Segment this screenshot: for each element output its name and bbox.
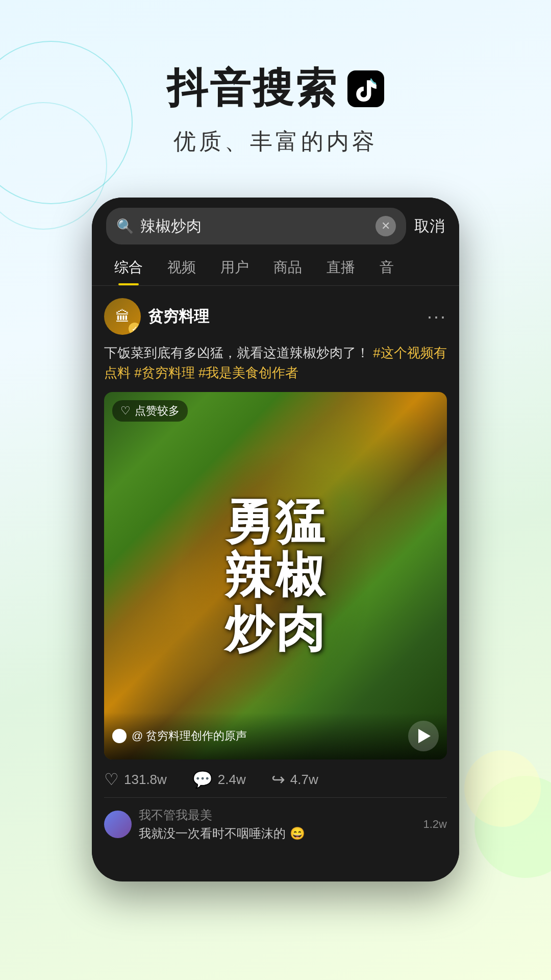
stat-likes[interactable]: ♡ 131.8w bbox=[104, 770, 167, 789]
tab-用户[interactable]: 用户 bbox=[208, 250, 261, 285]
video-bottom-bar: ♪ @ 贫穷料理创作的原声 bbox=[104, 713, 447, 760]
tiktok-logo-icon bbox=[347, 70, 384, 107]
tab-label: 音 bbox=[380, 259, 394, 275]
tab-label: 综合 bbox=[114, 259, 143, 275]
tab-label: 商品 bbox=[273, 259, 302, 275]
tab-直播[interactable]: 直播 bbox=[314, 250, 367, 285]
search-bar-area: 🔍 辣椒炒肉 ✕ 取消 bbox=[92, 198, 459, 250]
tab-label: 直播 bbox=[327, 259, 355, 275]
video-calligraphy: 勇猛辣椒炒肉 bbox=[224, 495, 327, 657]
tabs-row: 综合 视频 用户 商品 直播 音 bbox=[92, 250, 459, 286]
verified-badge: ✓ bbox=[129, 323, 141, 335]
stat-shares[interactable]: ↪ 4.7w bbox=[271, 770, 318, 789]
video-text-overlay: 勇猛辣椒炒肉 bbox=[104, 392, 447, 760]
audio-info: ♪ @ 贫穷料理创作的原声 bbox=[112, 728, 247, 744]
search-query: 辣椒炒肉 bbox=[140, 216, 369, 237]
comment-likes: 1.2w bbox=[423, 818, 447, 831]
play-button[interactable] bbox=[408, 721, 439, 751]
post-card: 🏛 ✓ 贫穷料理 ··· 下饭菜到底有多凶猛，就看这道辣椒炒肉了！ #这个视频有… bbox=[92, 286, 459, 851]
tab-音[interactable]: 音 bbox=[367, 250, 406, 285]
post-author: 🏛 ✓ 贫穷料理 bbox=[104, 298, 209, 335]
tab-label: 视频 bbox=[167, 259, 196, 275]
shares-count: 4.7w bbox=[290, 772, 318, 788]
author-avatar: 🏛 ✓ bbox=[104, 298, 141, 335]
likes-icon: ♡ bbox=[104, 770, 119, 789]
search-icon: 🔍 bbox=[116, 218, 134, 235]
comments-count: 2.4w bbox=[218, 772, 246, 788]
likes-count: 131.8w bbox=[124, 772, 167, 788]
tab-label: 用户 bbox=[220, 259, 249, 275]
more-options-icon[interactable]: ··· bbox=[427, 306, 447, 327]
content-area: 🏛 ✓ 贫穷料理 ··· 下饭菜到底有多凶猛，就看这道辣椒炒肉了！ #这个视频有… bbox=[92, 286, 459, 878]
post-stats: ♡ 131.8w 💬 2.4w ↪ 4.7w bbox=[104, 760, 447, 797]
search-cancel-button[interactable]: 取消 bbox=[414, 216, 445, 237]
stat-comments[interactable]: 💬 2.4w bbox=[192, 770, 246, 789]
comments-icon: 💬 bbox=[192, 770, 213, 789]
tiktok-small-icon: ♪ bbox=[112, 729, 127, 743]
post-header: 🏛 ✓ 贫穷料理 ··· bbox=[104, 298, 447, 335]
comment-emoji: 😄 bbox=[290, 826, 305, 841]
play-icon bbox=[418, 729, 431, 743]
audio-label: @ 贫穷料理创作的原声 bbox=[132, 728, 247, 744]
post-desc-text: 下饭菜到底有多凶猛，就看这道辣椒炒肉了！ bbox=[104, 345, 369, 360]
video-thumbnail[interactable]: ♡ 点赞较多 勇猛辣椒炒肉 ♪ @ 贫穷料理创作的原声 bbox=[104, 392, 447, 760]
shares-icon: ↪ bbox=[271, 770, 285, 789]
deco-circle-4 bbox=[464, 750, 541, 827]
search-clear-button[interactable]: ✕ bbox=[375, 216, 396, 236]
comment-content: 我就没一次看时不咽唾沫的 😄 bbox=[139, 825, 416, 842]
comment-text-wrap: 我不管我最美 我就没一次看时不咽唾沫的 😄 bbox=[139, 807, 416, 842]
comment-text: 我就没一次看时不咽唾沫的 bbox=[139, 825, 286, 842]
tab-视频[interactable]: 视频 bbox=[155, 250, 208, 285]
tab-商品[interactable]: 商品 bbox=[261, 250, 314, 285]
commenter-name: 我不管我最美 bbox=[139, 807, 416, 823]
tab-综合[interactable]: 综合 bbox=[102, 250, 155, 285]
comment-preview: 我不管我最美 我就没一次看时不咽唾沫的 😄 1.2w bbox=[104, 797, 447, 851]
commenter-avatar bbox=[104, 811, 132, 838]
author-name[interactable]: 贫穷料理 bbox=[148, 306, 209, 327]
comment-row: 我不管我最美 我就没一次看时不咽唾沫的 😄 1.2w bbox=[104, 807, 447, 842]
post-description: 下饭菜到底有多凶猛，就看这道辣椒炒肉了！ #这个视频有点料 #贫穷料理 #我是美… bbox=[104, 343, 447, 383]
clear-icon: ✕ bbox=[381, 219, 390, 233]
title-text: 抖音搜索 bbox=[167, 61, 338, 116]
phone-mockup: 🔍 辣椒炒肉 ✕ 取消 综合 视频 用户 商品 直播 bbox=[92, 198, 459, 881]
search-input-wrap[interactable]: 🔍 辣椒炒肉 ✕ bbox=[106, 208, 406, 244]
